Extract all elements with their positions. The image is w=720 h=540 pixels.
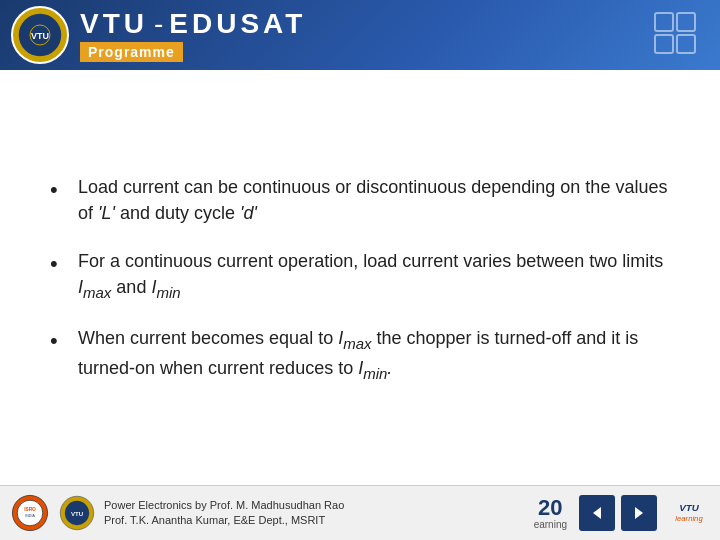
bullet-text-2: For a continuous current operation, load…	[78, 248, 670, 303]
i-min-symbol: Imin	[151, 277, 180, 297]
svg-text:ISRO: ISRO	[24, 507, 36, 512]
bullet-dot: •	[50, 248, 70, 280]
prev-arrow-icon	[589, 505, 605, 521]
next-arrow-icon	[631, 505, 647, 521]
vtu-learning-logo: VTU learning	[668, 495, 710, 531]
svg-marker-15	[593, 507, 601, 519]
page-number-block: 20 earning	[534, 497, 567, 530]
bullet-text-1: Load current can be continuous or discon…	[78, 174, 670, 226]
bullet-list: • Load current can be continuous or disc…	[50, 174, 670, 406]
svg-rect-4	[655, 13, 673, 31]
edusat-text: EDUSAT	[169, 8, 306, 40]
vtu-small-logo: VTU	[58, 494, 96, 532]
i-max-symbol: Imax	[78, 277, 111, 297]
vtu-text: VTU	[80, 8, 148, 40]
main-content: • Load current can be continuous or disc…	[0, 70, 720, 480]
page-header: VTU VTU - EDUSAT Programme	[0, 0, 720, 70]
i-max-symbol2: Imax	[338, 328, 371, 348]
list-item: • When current becomes equal to Imax the…	[50, 325, 670, 384]
svg-rect-7	[677, 35, 695, 53]
vtu-logo: VTU	[10, 5, 70, 65]
page-number: 20	[538, 497, 562, 519]
header-sep: -	[154, 8, 163, 40]
svg-point-9	[17, 500, 43, 526]
svg-rect-6	[655, 35, 673, 53]
list-item: • For a continuous current operation, lo…	[50, 248, 670, 303]
bullet-dot: •	[50, 174, 70, 206]
svg-text:VTU: VTU	[71, 510, 84, 517]
svg-text:VTU: VTU	[31, 31, 49, 41]
header-deco-icon	[650, 8, 700, 62]
footer-attribution: Power Electronics by Prof. M. Madhusudha…	[104, 498, 344, 529]
header-title-block: VTU - EDUSAT Programme	[80, 8, 306, 62]
attribution-line2: Prof. T.K. Anantha Kumar, E&E Dept., MSR…	[104, 513, 344, 528]
nav-next-button[interactable]	[621, 495, 657, 531]
programme-label: Programme	[80, 42, 183, 62]
footer-controls: 20 earning VTU learning	[534, 495, 710, 531]
i-min-symbol2: Imin.	[358, 358, 392, 378]
svg-marker-16	[635, 507, 643, 519]
page-footer: ISRO INDIA VTU Power Electronics by Prof…	[0, 485, 720, 540]
list-item: • Load current can be continuous or disc…	[50, 174, 670, 226]
attribution-line1: Power Electronics by Prof. M. Madhusudha…	[104, 498, 344, 513]
bullet-text-3: When current becomes equal to Imax the c…	[78, 325, 670, 384]
isro-logo: ISRO INDIA	[10, 493, 50, 533]
svg-text:VTU: VTU	[679, 502, 700, 513]
nav-prev-button[interactable]	[579, 495, 615, 531]
italic-d: 'd'	[240, 203, 257, 223]
svg-text:INDIA: INDIA	[25, 514, 35, 518]
italic-L: 'L'	[98, 203, 115, 223]
bullet-dot: •	[50, 325, 70, 357]
page-earning-label: earning	[534, 519, 567, 530]
footer-logos-block: ISRO INDIA VTU Power Electronics by Prof…	[10, 493, 344, 533]
svg-rect-5	[677, 13, 695, 31]
svg-text:learning: learning	[675, 514, 703, 523]
